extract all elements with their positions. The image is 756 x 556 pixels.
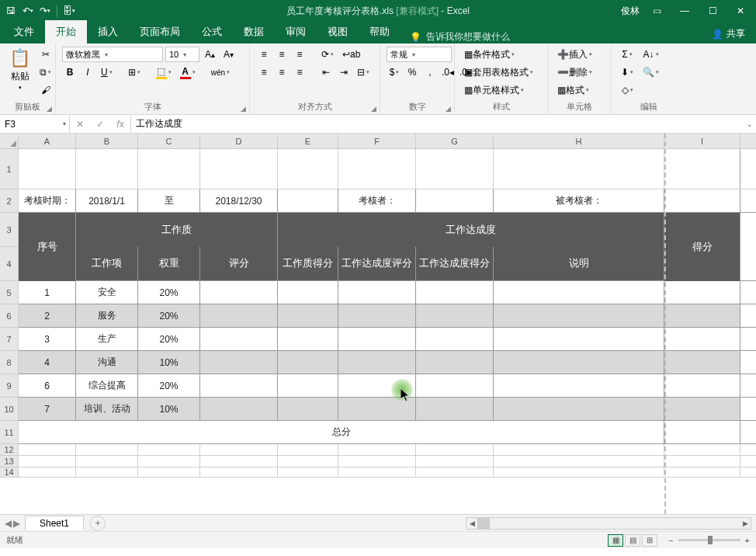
page-layout-view-button[interactable]: ▤ [625,534,640,547]
cell[interactable] [664,374,740,397]
cell[interactable] [338,351,416,374]
cell[interactable]: 工作项 [76,247,138,281]
cell[interactable] [416,351,494,374]
cell[interactable]: 至 [138,189,200,212]
fx-icon[interactable]: fx [110,119,130,130]
zoom-in-button[interactable]: + [745,536,750,545]
cell[interactable] [416,304,494,327]
percent-button[interactable]: % [404,64,420,80]
cell[interactable]: 6 [19,374,76,397]
cell[interactable] [416,467,494,477]
find-select-button[interactable]: 🔍▾ [640,64,662,80]
cell[interactable] [76,444,138,455]
column-header[interactable]: F [338,134,416,148]
row-header[interactable]: 2 [0,189,19,213]
cell[interactable]: 安全 [76,281,138,304]
cell[interactable]: 权重 [138,247,200,281]
format-cells-button[interactable]: ▦ 格式▾ [554,82,595,98]
cell[interactable]: 评分 [200,247,278,281]
cell[interactable]: 2 [19,304,76,327]
column-header[interactable]: C [138,134,200,148]
cell[interactable]: 被考核者： [494,189,664,212]
cell[interactable]: 考核时期： [19,189,76,212]
tab-insert[interactable]: 插入 [87,20,129,43]
cell[interactable] [494,328,664,350]
cell[interactable] [494,304,664,327]
italic-button[interactable]: I [80,64,95,80]
cell[interactable] [494,398,664,420]
cut-button[interactable]: ✂ [36,47,54,62]
save-icon[interactable]: 🖫 [3,3,19,19]
cell[interactable] [278,456,338,467]
column-header[interactable]: E [278,134,338,148]
cell[interactable]: 沟通 [76,351,138,374]
cell[interactable] [76,149,138,189]
cell[interactable] [200,456,278,467]
tab-data[interactable]: 数据 [233,20,275,43]
align-middle-button[interactable]: ≡ [274,47,290,62]
cell[interactable] [494,374,664,397]
currency-button[interactable]: $▾ [387,64,402,80]
normal-view-button[interactable]: ▦ [608,534,623,547]
decrease-font-button[interactable]: A▾ [220,47,237,62]
wrap-text-button[interactable]: ↩ab [339,47,363,62]
cell[interactable] [76,467,138,477]
cell[interactable] [278,398,338,420]
launcher-icon[interactable]: ◢ [446,105,451,113]
cell[interactable] [19,456,76,467]
cell[interactable] [338,456,416,467]
insert-cells-button[interactable]: ➕ 插入▾ [554,47,595,62]
increase-font-button[interactable]: A▴ [202,47,218,62]
fill-button[interactable]: ⬇▾ [618,64,636,80]
cell[interactable] [278,281,338,304]
conditional-format-button[interactable]: ▦ 条件格式▾ [461,47,536,62]
expand-formula-icon[interactable]: ⌄ [747,120,753,128]
row-header[interactable]: 8 [0,351,19,374]
cell[interactable] [494,444,664,455]
border-button[interactable]: ⊞▾ [125,64,144,80]
format-painter-button[interactable]: 🖌 [36,82,54,98]
tab-page-layout[interactable]: 页面布局 [129,20,191,43]
phonetic-button[interactable]: wén▾ [208,64,233,80]
name-box[interactable]: F3▾ [0,115,70,133]
sort-filter-button[interactable]: A↓▾ [640,47,662,62]
cell[interactable] [416,281,494,304]
cell[interactable] [19,444,76,455]
cell[interactable] [416,444,494,455]
column-header[interactable]: I [664,134,740,148]
enter-icon[interactable]: ✓ [90,119,110,130]
row-header[interactable]: 5 [0,281,19,304]
cell[interactable]: 20% [138,304,200,327]
cell[interactable] [138,456,200,467]
cell[interactable] [416,149,494,189]
cell[interactable] [494,467,664,477]
zoom-out-button[interactable]: − [668,536,673,545]
cell[interactable]: 10% [138,398,200,420]
row-header[interactable]: 9 [0,374,19,398]
undo-icon[interactable]: ↶▾ [20,3,36,19]
font-name-combo[interactable]: 微软雅黑▾ [62,47,163,62]
cell[interactable]: 10% [138,351,200,374]
formula-bar[interactable]: 工作达成度⌄ [131,115,756,133]
cell[interactable]: 考核者： [338,189,416,212]
scroll-thumb[interactable] [477,518,490,529]
cell[interactable] [664,351,740,374]
row-header[interactable]: 7 [0,328,19,351]
cell[interactable] [416,189,494,212]
new-sheet-button[interactable]: ＋ [90,516,106,531]
format-as-table-button[interactable]: ▦ 套用表格格式▾ [461,64,536,80]
align-center-button[interactable]: ≡ [274,64,290,80]
ribbon-options-icon[interactable]: ▭ [646,3,668,19]
align-left-button[interactable]: ≡ [256,64,272,80]
cell[interactable]: 培训、活动 [76,398,138,420]
scroll-left-icon[interactable]: ◀ [466,520,477,527]
cell[interactable] [200,351,278,374]
cell[interactable] [664,456,740,467]
cell[interactable] [664,281,740,304]
delete-cells-button[interactable]: ➖ 删除▾ [554,64,595,80]
fill-color-button[interactable]: ⬚▾ [153,64,175,80]
cell[interactable] [664,304,740,327]
cell[interactable]: 3 [19,328,76,350]
worksheet-grid[interactable]: ABCDEFGHI 1234567891011121314 考核时期：2018/… [0,134,756,514]
cell[interactable] [494,456,664,467]
